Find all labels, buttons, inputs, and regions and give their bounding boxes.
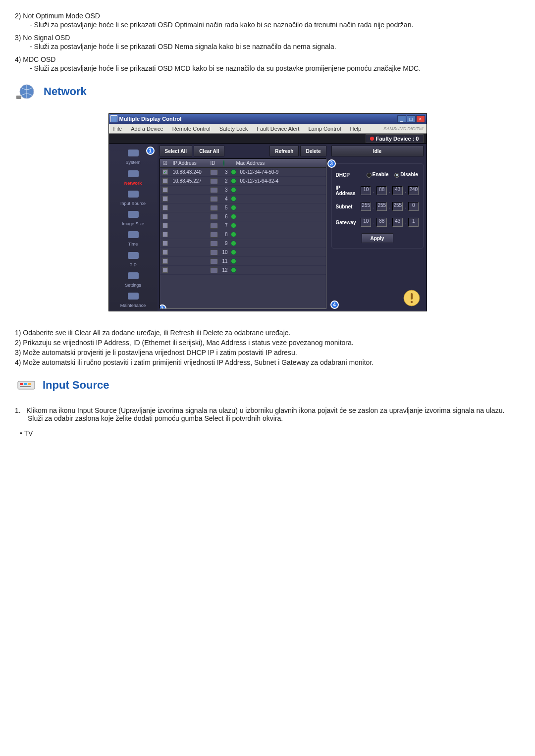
dhcp-enable-radio[interactable]: Enable	[367, 172, 389, 177]
row-checkbox[interactable]	[162, 214, 168, 219]
row-checkbox[interactable]	[162, 258, 168, 264]
warning-icon	[403, 289, 421, 307]
row-checkbox[interactable]	[162, 267, 168, 273]
select-all-button[interactable]: Select All	[160, 146, 193, 156]
menu-add-a-device[interactable]: Add a Device	[126, 126, 167, 132]
device-row[interactable]: 9	[160, 239, 326, 248]
ethernet-icon	[209, 196, 219, 202]
device-row[interactable]: 12	[160, 266, 326, 275]
sidebar-item-pip[interactable]: PIP	[111, 248, 156, 267]
menubar: FileAdd a DeviceRemote ControlSafety Loc…	[109, 124, 427, 134]
sn-oct-2[interactable]: 255	[376, 202, 387, 211]
ip-oct-2[interactable]: 88	[376, 186, 387, 195]
sidebar-item-image-size[interactable]: Image Size	[111, 207, 156, 226]
delete-button[interactable]: Delete	[300, 146, 326, 156]
gw-oct-4[interactable]: 1	[408, 218, 419, 227]
network-globe-icon	[15, 82, 39, 101]
ip-oct-1[interactable]: 10	[361, 186, 371, 195]
menu-safety-lock[interactable]: Safety Lock	[215, 126, 252, 132]
row-checkbox[interactable]: ✓	[162, 169, 168, 175]
note-p1: Klikom na ikonu Input Source (Upravljanj…	[26, 406, 504, 414]
col-status-icon	[223, 160, 234, 166]
sidebar-icon	[125, 250, 142, 261]
row-checkbox[interactable]	[162, 241, 168, 246]
sn-oct-4[interactable]: 0	[408, 202, 419, 211]
statusbar: Faulty Device : 0	[109, 134, 427, 144]
dhcp-disable-radio[interactable]: Disable	[394, 172, 418, 177]
sidebar-icon	[125, 188, 142, 200]
sidebar-item-input-source[interactable]: Input Source	[111, 187, 156, 206]
sidebar-label: System	[125, 160, 140, 165]
row-checkbox[interactable]	[162, 232, 168, 237]
note-item: 3) Može automatski provjeriti je li post…	[15, 349, 520, 356]
gw-oct-3[interactable]: 43	[392, 218, 403, 227]
sidebar-item-maintenance[interactable]: Maintenance	[111, 289, 156, 308]
row-checkbox[interactable]	[162, 187, 168, 193]
note-item: 2) Prikazuju se vrijednosti IP Address, …	[15, 339, 520, 347]
status-icon	[229, 214, 238, 219]
ip-oct-3[interactable]: 43	[392, 186, 403, 195]
device-row[interactable]: 5	[160, 203, 326, 212]
gw-oct-2[interactable]: 88	[376, 218, 387, 227]
row-checkbox[interactable]	[162, 250, 168, 255]
refresh-button[interactable]: Refresh	[269, 146, 299, 156]
ethernet-icon	[209, 232, 219, 238]
gw-oct-1[interactable]: 10	[361, 218, 371, 227]
clear-all-button[interactable]: Clear All	[194, 146, 224, 156]
sidebar-item-time[interactable]: Time	[111, 227, 156, 247]
apply-button[interactable]: Apply	[362, 233, 393, 243]
status-icon	[229, 232, 238, 237]
svg-rect-2	[128, 150, 139, 156]
svg-rect-17	[20, 386, 31, 387]
sidebar-label: Input Source	[120, 201, 146, 206]
ethernet-icon	[209, 250, 219, 255]
subnet-label: Subnet	[336, 204, 359, 209]
row-checkbox[interactable]	[162, 178, 168, 184]
ethernet-icon	[209, 214, 219, 220]
svg-rect-11	[411, 293, 413, 300]
close-button[interactable]: ×	[416, 115, 425, 123]
device-row[interactable]: 3	[160, 186, 326, 195]
faulty-text: Faulty Device : 0	[376, 136, 419, 142]
device-row[interactable]: 7	[160, 221, 326, 230]
sn-oct-1[interactable]: 255	[361, 202, 371, 211]
device-row[interactable]: 10	[160, 248, 326, 257]
svg-rect-1	[16, 96, 21, 99]
menu-lamp-control[interactable]: Lamp Control	[304, 126, 345, 132]
status-icon	[229, 178, 238, 184]
maximize-button[interactable]: □	[407, 115, 416, 123]
device-row[interactable]: 4	[160, 195, 326, 203]
ethernet-icon	[209, 241, 219, 247]
status-icon	[229, 169, 238, 175]
device-row[interactable]: 8	[160, 230, 326, 239]
sn-oct-3[interactable]: 255	[392, 202, 403, 211]
row-checkbox[interactable]	[162, 223, 168, 228]
col-id: ID	[209, 160, 223, 166]
svg-rect-4	[128, 191, 139, 198]
sidebar-item-settings[interactable]: Settings	[111, 268, 156, 288]
sidebar-icon	[125, 147, 142, 159]
row-mac: 00-12-51-64-32-4	[238, 178, 326, 184]
sidebar-label: Settings	[125, 283, 141, 288]
row-mac: 00-12-34-74-50-9	[238, 169, 326, 175]
ip-oct-4[interactable]: 240	[408, 186, 419, 195]
device-row[interactable]: 10.88.45.227200-12-51-64-32-4	[160, 177, 326, 186]
menu-fault-device-alert[interactable]: Fault Device Alert	[252, 126, 304, 132]
idle-button[interactable]: Idle	[331, 146, 424, 156]
device-row[interactable]: 11	[160, 257, 326, 266]
menu-help[interactable]: Help	[345, 126, 366, 132]
device-row[interactable]: 6	[160, 212, 326, 221]
device-row[interactable]: ✓10.88.43.240300-12-34-74-50-9	[160, 168, 326, 177]
row-checkbox[interactable]	[162, 196, 168, 202]
row-id: 4	[219, 196, 229, 202]
sidebar-item-system[interactable]: System1	[111, 146, 156, 165]
row-id: 3	[219, 169, 229, 175]
section-header-input-source: Input Source	[15, 376, 520, 394]
device-list: ☑ IP Address ID Mac Address ✓10.88.43.24…	[160, 158, 326, 309]
sidebar-item-network[interactable]: Network	[111, 166, 156, 185]
doc-item: 3) No Signal OSD- Služi za postavljanje …	[15, 34, 520, 50]
minimize-button[interactable]: _	[397, 115, 406, 123]
row-checkbox[interactable]	[162, 205, 168, 210]
menu-remote-control[interactable]: Remote Control	[168, 126, 215, 132]
menu-file[interactable]: File	[109, 126, 127, 132]
